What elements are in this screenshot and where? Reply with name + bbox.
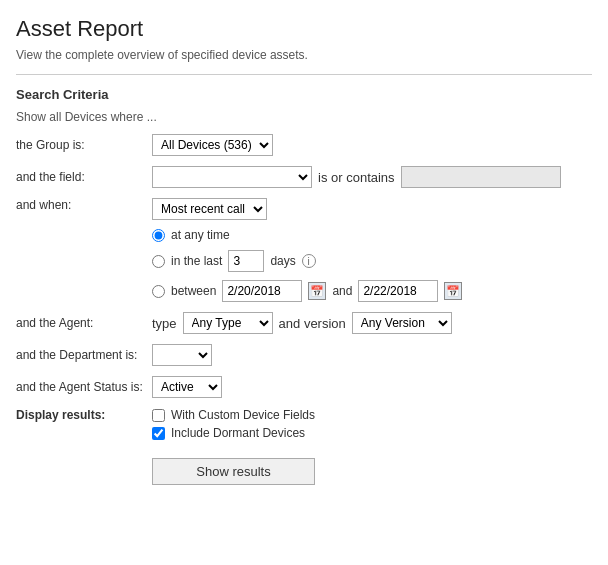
when-select[interactable]: Most recent call	[152, 198, 267, 220]
agent-version-select[interactable]: Any Version	[352, 312, 452, 334]
agent-type-label: type	[152, 316, 177, 331]
in-last-radio[interactable]	[152, 255, 165, 268]
dormant-row: Include Dormant Devices	[152, 426, 315, 440]
search-section-title: Search Criteria	[16, 87, 592, 102]
between-label: between	[171, 284, 216, 298]
show-all-label: Show all Devices where ...	[16, 110, 592, 124]
agent-version-label: and version	[279, 316, 346, 331]
calendar-to-icon[interactable]: 📅	[444, 282, 462, 300]
when-row: and when: Most recent call at any time i…	[16, 198, 592, 302]
at-any-time-label: at any time	[171, 228, 230, 242]
in-last-row: in the last days i	[152, 250, 462, 272]
agent-type-select[interactable]: Any Type	[183, 312, 273, 334]
page-subtitle: View the complete overview of specified …	[16, 48, 592, 62]
calendar-from-icon[interactable]: 📅	[308, 282, 326, 300]
status-row: and the Agent Status is: Active Inactive…	[16, 376, 592, 398]
custom-fields-checkbox[interactable]	[152, 409, 165, 422]
dormant-label: Include Dormant Devices	[171, 426, 305, 440]
when-block: Most recent call at any time in the last…	[152, 198, 462, 302]
when-select-wrapper: Most recent call	[152, 198, 462, 220]
field-select[interactable]	[152, 166, 312, 188]
agent-row: and the Agent: type Any Type and version…	[16, 312, 592, 334]
page-title: Asset Report	[16, 16, 592, 42]
in-last-input[interactable]	[228, 250, 264, 272]
field-label: and the field:	[16, 170, 146, 184]
agent-label: and the Agent:	[16, 316, 146, 330]
display-results-label: Display results:	[16, 408, 146, 422]
status-label: and the Agent Status is:	[16, 380, 146, 394]
show-results-button[interactable]: Show results	[152, 458, 315, 485]
is-or-contains-label: is or contains	[318, 170, 395, 185]
when-label: and when:	[16, 198, 146, 212]
date-from-input[interactable]	[222, 280, 302, 302]
at-any-time-row: at any time	[152, 228, 462, 242]
at-any-time-radio[interactable]	[152, 229, 165, 242]
group-select[interactable]: All Devices (536)	[152, 134, 273, 156]
custom-fields-row: With Custom Device Fields	[152, 408, 315, 422]
and-label: and	[332, 284, 352, 298]
contains-input[interactable]	[401, 166, 561, 188]
custom-fields-label: With Custom Device Fields	[171, 408, 315, 422]
dept-select[interactable]	[152, 344, 212, 366]
field-row: and the field: is or contains	[16, 166, 592, 188]
days-label: days	[270, 254, 295, 268]
dept-label: and the Department is:	[16, 348, 146, 362]
dept-row: and the Department is:	[16, 344, 592, 366]
between-radio[interactable]	[152, 285, 165, 298]
between-row: between 📅 and 📅	[152, 280, 462, 302]
date-to-input[interactable]	[358, 280, 438, 302]
divider	[16, 74, 592, 75]
in-last-label: in the last	[171, 254, 222, 268]
group-row: the Group is: All Devices (536)	[16, 134, 592, 156]
display-results-row: Display results: With Custom Device Fiel…	[16, 408, 592, 485]
dormant-checkbox[interactable]	[152, 427, 165, 440]
display-results-block: With Custom Device Fields Include Dorman…	[152, 408, 315, 485]
info-icon: i	[302, 254, 316, 268]
group-label: the Group is:	[16, 138, 146, 152]
status-select[interactable]: Active Inactive Any	[152, 376, 222, 398]
